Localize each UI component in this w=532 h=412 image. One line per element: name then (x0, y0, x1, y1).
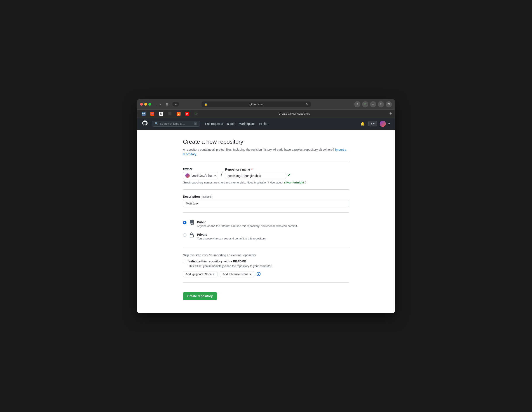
required-indicator: * (251, 168, 252, 171)
title-bar: ‹ › ⊞ ☁ 🔒 github.com ↻ A 🛡 ⬇ ⬆ ⊡ (137, 99, 395, 110)
reddit-icon: 👾 (150, 112, 154, 116)
github-logo (142, 120, 148, 127)
owner-chevron-icon: ▾ (214, 174, 216, 177)
section-divider-init (183, 248, 349, 248)
owner-group: Owner bestK1ngArthur ▾ (183, 167, 218, 179)
form-container: Create a new repository A repository con… (174, 138, 358, 300)
shield-bookmark-icon: 🛡 (194, 112, 198, 116)
license-chevron-icon: ▾ (250, 273, 251, 276)
init-description: This will let you immediately clone the … (188, 265, 349, 268)
repo-name-input[interactable] (225, 173, 286, 179)
github-bookmark-icon: ⬛ (168, 112, 172, 116)
bookmark-yt[interactable]: ▶ (184, 111, 191, 116)
url-bar[interactable]: 🔒 github.com ↻ (201, 101, 311, 107)
private-info: Private You choose who can see and commi… (197, 233, 349, 240)
owner-select[interactable]: bestK1ngArthur ▾ (183, 172, 218, 179)
slash-separator: / (221, 171, 222, 179)
bookmarks-bar: ВК 👾 N ⬛ 🔥 ▶ 🛡 Create a New Repository + (137, 110, 395, 118)
description-optional: (optional) (201, 195, 212, 198)
vk-icon: ВК (142, 112, 146, 116)
back-button[interactable]: ‹ (154, 102, 158, 107)
owner-repo-row: Owner bestK1ngArthur ▾ / Repository name… (183, 167, 349, 179)
public-radio[interactable] (183, 221, 186, 224)
license-label: Add a license: None (223, 273, 248, 276)
page-heading: Create a new repository (183, 138, 349, 145)
url-text: github.com (209, 103, 304, 106)
nav-issues[interactable]: Issues (227, 122, 235, 126)
minimize-button[interactable] (144, 103, 147, 106)
traffic-lights (140, 103, 151, 106)
download-button[interactable]: ⬇ (370, 101, 376, 107)
private-radio[interactable] (183, 233, 186, 237)
user-avatar[interactable] (380, 121, 386, 127)
skip-text: Skip this step if you're importing an ex… (183, 254, 349, 257)
github-nav: 🔍 Search or jump to... / Pull requests I… (137, 118, 395, 130)
valid-check-icon: ✔ (288, 173, 291, 179)
maximize-button[interactable] (148, 103, 151, 106)
forward-button[interactable]: › (159, 102, 162, 107)
nav-pull-requests[interactable]: Pull requests (205, 122, 223, 126)
private-label: Private (197, 233, 349, 236)
gitignore-label: Add .gitignore: None (186, 273, 212, 276)
share-button[interactable]: ⬆ (378, 101, 384, 107)
nav-marketplace[interactable]: Marketplace (239, 122, 255, 126)
private-desc: You choose who can see and commit to thi… (197, 237, 349, 240)
public-label: Public (197, 220, 349, 224)
bookmark-notion[interactable]: N (158, 111, 165, 116)
public-option: Public Anyone on the the internet can se… (183, 218, 349, 230)
owner-label: Owner (183, 167, 218, 171)
suggestion-link[interactable]: silver-fortnight (284, 181, 304, 184)
init-checkbox-row: Initialize this repository with a README (183, 260, 349, 263)
public-icon (189, 220, 194, 226)
bookmark-fire[interactable]: 🔥 (175, 111, 182, 116)
name-suggestion: Great repository names are short and mem… (183, 181, 349, 184)
lock-icon: 🔒 (204, 103, 208, 106)
fire-icon: 🔥 (177, 112, 180, 116)
repo-name-group: Repository name * ✔ (225, 168, 291, 179)
page-description: A repository contains all project files,… (183, 147, 349, 157)
private-option: Private You choose who can see and commi… (183, 230, 349, 243)
section-divider-top (183, 162, 349, 162)
nav-right: 🔔 + ▾ ▾ (360, 121, 390, 127)
shield-button[interactable]: 🛡 (362, 101, 368, 107)
nav-links: Pull requests Issues Marketplace Explore (205, 122, 269, 126)
license-info-icon[interactable]: i (256, 272, 261, 276)
bookmark-github[interactable]: ⬛ (166, 111, 173, 116)
bookmark-shield[interactable]: 🛡 (193, 111, 200, 116)
public-info: Public Anyone on the the internet can se… (197, 220, 349, 228)
gitignore-chevron-icon: ▾ (213, 273, 215, 276)
init-section: Skip this step if you're importing an ex… (183, 254, 349, 268)
init-checkbox[interactable] (183, 260, 186, 263)
reader-mode-button[interactable]: ⊞ (164, 102, 170, 107)
bookmark-reddit[interactable]: 👾 (149, 111, 156, 116)
description-group: Description (optional) (183, 195, 349, 207)
section-divider-bottom (183, 282, 349, 283)
owner-avatar (185, 173, 190, 178)
new-dropdown-button[interactable]: + ▾ (368, 121, 377, 126)
new-tab-button[interactable]: + (389, 111, 392, 116)
create-repository-button[interactable]: Create repository (183, 292, 217, 300)
private-icon (189, 233, 194, 239)
bookmark-vk[interactable]: ВК (140, 111, 147, 116)
account-button[interactable]: A (354, 101, 361, 107)
close-button[interactable] (140, 103, 143, 106)
repo-name-label: Repository name * (225, 168, 291, 171)
visibility-section: Public Anyone on the the internet can se… (183, 218, 349, 243)
notifications-button[interactable]: 🔔 (360, 121, 366, 127)
init-label-text: Initialize this repository with a README (188, 260, 246, 263)
nav-explore[interactable]: Explore (259, 122, 269, 126)
license-dropdown[interactable]: Add a license: None ▾ (220, 271, 254, 277)
search-bar[interactable]: 🔍 Search or jump to... / (152, 121, 200, 127)
public-desc: Anyone on the the internet can see this … (197, 224, 349, 228)
gitignore-dropdown[interactable]: Add .gitignore: None ▾ (183, 271, 218, 277)
avatar-chevron[interactable]: ▾ (388, 122, 390, 125)
notion-icon: N (159, 112, 163, 116)
refresh-button[interactable]: ↻ (305, 103, 308, 106)
search-icon: 🔍 (155, 122, 158, 125)
page-content: Create a new repository A repository con… (137, 130, 395, 313)
description-input[interactable] (183, 200, 349, 207)
tabs-button[interactable]: ⊡ (386, 101, 392, 107)
section-divider-description (183, 189, 349, 190)
dropdowns-row: Add .gitignore: None ▾ Add a license: No… (183, 271, 349, 277)
description-label: Description (optional) (183, 195, 349, 198)
